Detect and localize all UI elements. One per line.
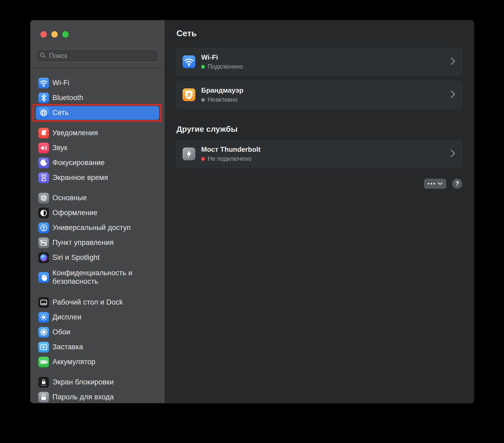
network-pane: Сеть Wi-Fi Подключено Брандмауэр Неактив… xyxy=(165,20,474,403)
appearance-contrast-icon xyxy=(38,208,49,218)
sidebar-item-label: Bluetooth xyxy=(52,94,83,102)
sidebar-item-general[interactable]: Основные xyxy=(36,191,159,205)
sidebar-item-label: Пароль для входа xyxy=(52,393,114,401)
actions-row: ? xyxy=(176,179,462,189)
sidebar-item-label: Конфиденциальность и безопасность xyxy=(52,269,156,286)
screen-time-hourglass-icon xyxy=(38,173,49,183)
minimize-button[interactable] xyxy=(51,31,58,38)
sidebar-item-label: Звук xyxy=(52,144,67,152)
thunderbolt-title: Мост Thunderbolt xyxy=(201,145,261,154)
screensaver-icon xyxy=(38,342,49,352)
sidebar-item-focus[interactable]: Фокусирование xyxy=(36,156,159,170)
sidebar-item-login-password[interactable]: Пароль для входа xyxy=(36,390,159,403)
notifications-bell-icon xyxy=(38,128,49,138)
sidebar-item-label: Дисплеи xyxy=(52,313,81,322)
more-options-button[interactable] xyxy=(424,179,446,189)
sidebar-item-label: Уведомления xyxy=(52,129,98,137)
network-globe-icon xyxy=(38,108,49,118)
lock-screen-icon xyxy=(38,377,49,388)
zoom-button[interactable] xyxy=(62,31,69,38)
sidebar-item-label: Основные xyxy=(52,194,87,202)
wifi-icon xyxy=(183,55,195,68)
chevron-down-icon xyxy=(438,182,443,186)
sidebar-item-displays[interactable]: Дисплеи xyxy=(36,310,159,324)
sidebar-item-label: Рабочий стол и Dock xyxy=(52,298,123,307)
sidebar-item-label: Обои xyxy=(52,328,70,337)
battery-icon xyxy=(38,357,49,367)
sidebar-item-privacy-security[interactable]: Конфиденциальность и безопасность xyxy=(36,266,159,289)
sidebar-item-label: Оформление xyxy=(52,209,98,217)
other-services-header: Другие службы xyxy=(176,125,462,134)
sidebar-item-wallpaper[interactable]: Обои xyxy=(36,325,159,339)
search-input[interactable] xyxy=(48,52,155,60)
sidebar-item-desktop-dock[interactable]: Рабочий стол и Dock xyxy=(36,296,159,309)
sidebar-item-siri-spotlight[interactable]: Siri и Spotlight xyxy=(36,251,159,265)
sidebar-item-label: Сеть xyxy=(52,109,69,117)
login-password-icon xyxy=(38,392,49,403)
page-title: Сеть xyxy=(176,28,462,38)
sidebar-item-label: Экран блокировки xyxy=(52,378,114,387)
privacy-hand-icon xyxy=(38,272,49,283)
sidebar-item-network[interactable]: Сеть xyxy=(36,106,159,120)
sidebar-item-wifi[interactable]: Wi-Fi xyxy=(36,76,159,90)
accessibility-icon xyxy=(38,223,49,233)
displays-sun-icon xyxy=(38,312,49,323)
general-gear-icon xyxy=(38,193,49,203)
sidebar-item-label: Аккумулятор xyxy=(52,358,96,366)
sidebar-list: Wi-Fi Bluetooth Сеть Уведомления xyxy=(30,68,165,403)
search-field[interactable] xyxy=(36,49,159,62)
wifi-row[interactable]: Wi-Fi Подключено xyxy=(176,48,462,76)
sidebar-item-label: Универсальный доступ xyxy=(52,224,131,232)
sidebar: Wi-Fi Bluetooth Сеть Уведомления xyxy=(30,20,165,403)
sidebar-item-screensaver[interactable]: Заставка xyxy=(36,340,159,354)
sidebar-item-label: Экранное время xyxy=(52,174,108,182)
sidebar-item-accessibility[interactable]: Универсальный доступ xyxy=(36,221,159,235)
ellipsis-icon xyxy=(428,183,435,184)
chevron-right-icon xyxy=(450,149,456,159)
sidebar-item-label: Пункт управления xyxy=(52,239,114,247)
wallpaper-flower-icon xyxy=(38,327,49,338)
sidebar-item-bluetooth[interactable]: Bluetooth xyxy=(36,91,159,105)
status-dot-connected xyxy=(201,65,205,69)
status-dot-disconnected xyxy=(201,157,205,161)
bluetooth-icon xyxy=(38,93,49,103)
firewall-title: Брандмауэр xyxy=(201,86,243,95)
thunderbolt-icon xyxy=(183,147,195,160)
firewall-row[interactable]: Брандмауэр Неактивно xyxy=(176,81,462,109)
firewall-status: Неактивно xyxy=(208,96,238,103)
sidebar-item-battery[interactable]: Аккумулятор xyxy=(36,355,159,369)
siri-icon xyxy=(38,252,49,263)
sidebar-item-appearance[interactable]: Оформление xyxy=(36,206,159,220)
control-center-icon xyxy=(38,237,49,248)
status-dot-inactive xyxy=(201,98,205,102)
system-settings-window: Wi-Fi Bluetooth Сеть Уведомления xyxy=(30,20,474,403)
desktop-dock-icon xyxy=(38,297,49,308)
chevron-right-icon xyxy=(450,57,456,67)
sidebar-item-screen-time[interactable]: Экранное время xyxy=(36,171,159,185)
search-icon xyxy=(39,52,46,60)
sidebar-item-label: Siri и Spotlight xyxy=(52,253,100,262)
close-button[interactable] xyxy=(40,31,47,38)
sidebar-item-label: Wi-Fi xyxy=(52,79,69,87)
focus-moon-icon xyxy=(38,158,49,168)
wifi-status: Подключено xyxy=(208,63,243,70)
thunderbolt-bridge-row[interactable]: Мост Thunderbolt Не подключено xyxy=(176,140,462,168)
sidebar-item-notifications[interactable]: Уведомления xyxy=(36,126,159,140)
wifi-icon xyxy=(38,78,49,88)
help-button[interactable]: ? xyxy=(452,179,462,189)
firewall-shield-icon xyxy=(183,88,195,101)
wifi-title: Wi-Fi xyxy=(201,53,243,61)
window-controls xyxy=(40,31,165,38)
sidebar-item-lock-screen[interactable]: Экран блокировки xyxy=(36,375,159,389)
sidebar-item-control-center[interactable]: Пункт управления xyxy=(36,236,159,250)
sidebar-item-sound[interactable]: Звук xyxy=(36,141,159,155)
sidebar-item-label: Фокусирование xyxy=(52,159,105,167)
sound-speaker-icon xyxy=(38,143,49,153)
thunderbolt-status: Не подключено xyxy=(208,155,251,162)
chevron-right-icon xyxy=(450,90,456,100)
sidebar-item-label: Заставка xyxy=(52,343,83,351)
